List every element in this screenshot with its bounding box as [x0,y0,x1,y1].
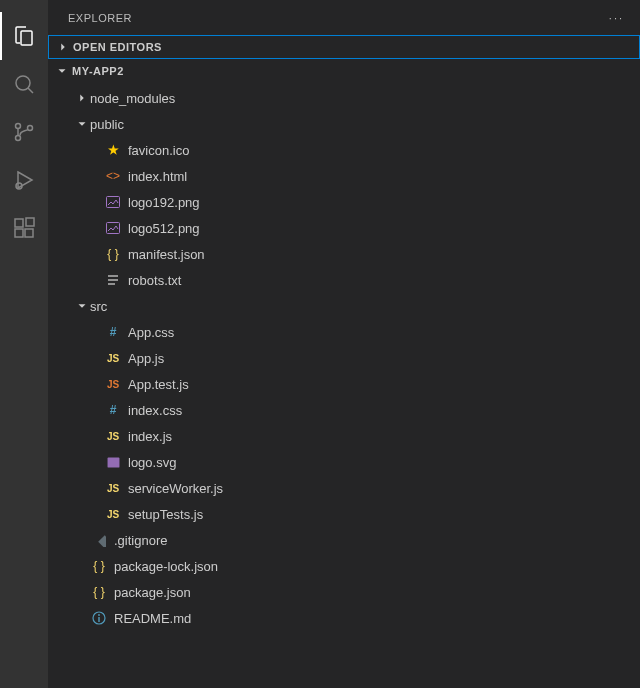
project-name: my-app2 [72,65,124,77]
css-icon: # [104,401,122,419]
folder-src[interactable]: src [48,293,640,319]
svg-rect-6 [15,229,23,237]
file-label: .gitignore [114,533,167,548]
json-icon: { } [90,583,108,601]
chevron-down-icon [74,116,90,132]
extensions-icon[interactable] [0,204,48,252]
git-icon [90,531,108,549]
svg-point-3 [28,126,33,131]
favicon-icon: ★ [104,141,122,159]
file-label: App.css [128,325,174,340]
file-label: package-lock.json [114,559,218,574]
chevron-right-icon [74,90,90,106]
js-icon: JS [104,427,122,445]
image-icon [104,219,122,237]
search-icon[interactable] [0,60,48,108]
svg-point-17 [98,614,100,616]
file-tree: node_modules public ★ favicon.ico <> ind… [48,83,640,633]
svg-point-2 [16,136,21,141]
file-manifest[interactable]: { } manifest.json [48,241,640,267]
explorer-icon[interactable] [0,12,48,60]
file-app-test[interactable]: JS App.test.js [48,371,640,397]
file-label: serviceWorker.js [128,481,223,496]
chevron-down-icon [74,298,90,314]
more-actions-icon[interactable]: ··· [609,12,624,24]
file-label: logo.svg [128,455,176,470]
folder-label: public [90,117,124,132]
file-label: App.js [128,351,164,366]
file-logo512[interactable]: logo512.png [48,215,640,241]
file-label: index.js [128,429,172,444]
file-package-json[interactable]: { } package.json [48,579,640,605]
info-icon [90,609,108,627]
explorer-sidebar: Explorer ··· Open Editors my-app2 node_m… [48,0,640,688]
panel-header: Explorer ··· [48,0,640,35]
svg-icon [104,453,122,471]
panel-title: Explorer [68,12,132,24]
project-header[interactable]: my-app2 [48,59,640,83]
json-icon: { } [104,245,122,263]
file-label: robots.txt [128,273,181,288]
svg-rect-18 [98,617,99,622]
svg-rect-8 [26,218,34,226]
js-icon: JS [104,349,122,367]
file-package-lock[interactable]: { } package-lock.json [48,553,640,579]
file-label: logo192.png [128,195,200,210]
file-label: package.json [114,585,191,600]
run-debug-icon[interactable] [0,156,48,204]
image-icon [104,193,122,211]
folder-public[interactable]: public [48,111,640,137]
css-icon: # [104,323,122,341]
file-label: App.test.js [128,377,189,392]
file-label: README.md [114,611,191,626]
file-logo192[interactable]: logo192.png [48,189,640,215]
file-readme[interactable]: README.md [48,605,640,631]
file-label: index.css [128,403,182,418]
text-icon [104,271,122,289]
source-control-icon[interactable] [0,108,48,156]
chevron-right-icon [55,39,71,55]
test-js-icon: JS [104,375,122,393]
file-index-js[interactable]: JS index.js [48,423,640,449]
svg-rect-15 [98,535,106,547]
svg-rect-7 [25,229,33,237]
activity-bar [0,0,48,688]
folder-label: src [90,299,107,314]
file-logo-svg[interactable]: logo.svg [48,449,640,475]
file-label: favicon.ico [128,143,189,158]
file-app-css[interactable]: # App.css [48,319,640,345]
html-icon: <> [104,167,122,185]
json-icon: { } [90,557,108,575]
file-label: setupTests.js [128,507,203,522]
file-index-html[interactable]: <> index.html [48,163,640,189]
file-setup-tests[interactable]: JS setupTests.js [48,501,640,527]
open-editors-label: Open Editors [73,41,162,53]
svg-point-1 [16,124,21,129]
file-favicon[interactable]: ★ favicon.ico [48,137,640,163]
file-label: manifest.json [128,247,205,262]
file-service-worker[interactable]: JS serviceWorker.js [48,475,640,501]
folder-node-modules[interactable]: node_modules [48,85,640,111]
js-icon: JS [104,505,122,523]
svg-rect-5 [15,219,23,227]
file-app-js[interactable]: JS App.js [48,345,640,371]
file-label: index.html [128,169,187,184]
js-icon: JS [104,479,122,497]
file-label: logo512.png [128,221,200,236]
file-robots[interactable]: robots.txt [48,267,640,293]
svg-point-0 [16,76,30,90]
chevron-down-icon [54,63,70,79]
svg-rect-14 [107,457,119,467]
folder-label: node_modules [90,91,175,106]
file-gitignore[interactable]: .gitignore [48,527,640,553]
open-editors-header[interactable]: Open Editors [48,35,640,59]
file-index-css[interactable]: # index.css [48,397,640,423]
